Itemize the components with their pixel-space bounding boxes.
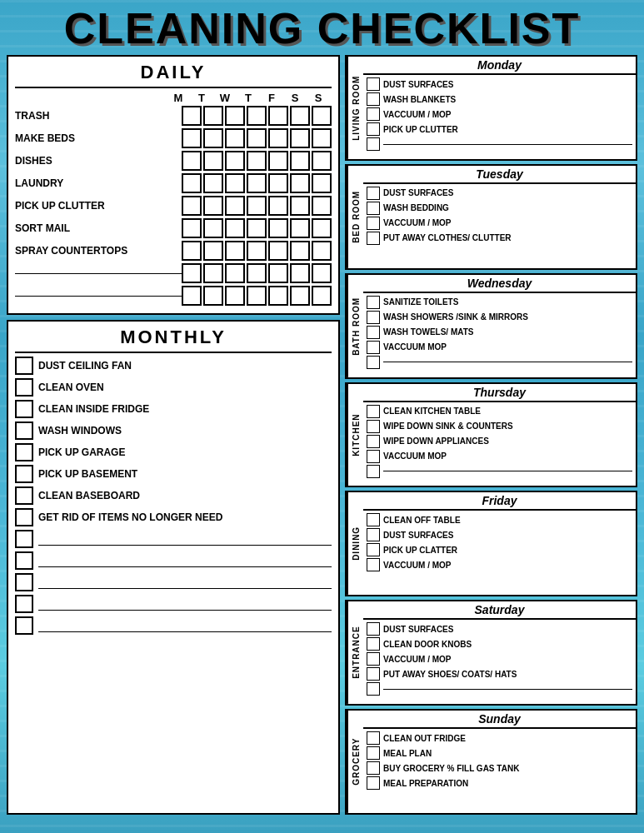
monthly-checkbox[interactable]: [15, 400, 33, 418]
daily-checkbox[interactable]: [182, 286, 202, 306]
week-task-checkbox[interactable]: [367, 326, 380, 339]
daily-checkbox[interactable]: [290, 128, 310, 148]
monthly-checkbox[interactable]: [15, 443, 33, 461]
week-task-checkbox[interactable]: [367, 405, 380, 418]
daily-checkbox[interactable]: [182, 173, 202, 193]
daily-checkbox[interactable]: [268, 151, 288, 171]
daily-checkbox[interactable]: [290, 241, 310, 261]
week-task-checkbox[interactable]: [367, 92, 380, 106]
week-task-checkbox[interactable]: [367, 187, 380, 200]
daily-checkbox[interactable]: [247, 173, 267, 193]
daily-checkbox[interactable]: [225, 128, 245, 148]
monthly-checkbox[interactable]: [15, 616, 33, 635]
monthly-checkbox[interactable]: [15, 421, 33, 440]
daily-checkbox[interactable]: [203, 173, 223, 193]
daily-checkbox[interactable]: [312, 151, 332, 171]
daily-checkbox[interactable]: [268, 106, 288, 126]
monthly-checkbox[interactable]: [15, 595, 33, 613]
daily-checkbox[interactable]: [203, 151, 223, 171]
week-task-checkbox[interactable]: [367, 122, 380, 136]
daily-checkbox[interactable]: [247, 106, 267, 126]
week-task-checkbox[interactable]: [367, 341, 380, 354]
week-task-checkbox[interactable]: [367, 202, 380, 215]
daily-checkbox[interactable]: [225, 173, 245, 193]
daily-checkbox[interactable]: [312, 241, 332, 261]
week-task-checkbox[interactable]: [367, 420, 380, 433]
daily-checkbox[interactable]: [182, 128, 202, 148]
daily-checkbox[interactable]: [247, 286, 267, 306]
daily-checkbox[interactable]: [312, 173, 332, 193]
daily-checkbox[interactable]: [247, 196, 267, 216]
week-task-checkbox[interactable]: [367, 746, 380, 760]
daily-checkbox[interactable]: [182, 241, 202, 261]
daily-checkbox[interactable]: [225, 263, 245, 283]
daily-checkbox[interactable]: [268, 218, 288, 238]
daily-checkbox[interactable]: [268, 128, 288, 148]
daily-checkbox[interactable]: [290, 218, 310, 238]
week-task-checkbox[interactable]: [367, 217, 380, 230]
daily-checkbox[interactable]: [203, 286, 223, 306]
daily-checkbox[interactable]: [312, 218, 332, 238]
daily-checkbox[interactable]: [312, 128, 332, 148]
daily-checkbox[interactable]: [225, 241, 245, 261]
week-task-checkbox[interactable]: [367, 513, 380, 526]
week-task-checkbox[interactable]: [367, 77, 380, 91]
daily-checkbox[interactable]: [290, 286, 310, 306]
daily-checkbox[interactable]: [182, 263, 202, 283]
monthly-checkbox[interactable]: [15, 508, 33, 526]
week-blank-checkbox[interactable]: [367, 682, 380, 696]
monthly-checkbox[interactable]: [15, 486, 33, 505]
daily-checkbox[interactable]: [290, 196, 310, 216]
daily-checkbox[interactable]: [203, 241, 223, 261]
monthly-checkbox[interactable]: [15, 465, 33, 483]
week-task-checkbox[interactable]: [367, 311, 380, 324]
daily-checkbox[interactable]: [247, 218, 267, 238]
week-task-checkbox[interactable]: [367, 622, 380, 636]
daily-checkbox[interactable]: [225, 106, 245, 126]
monthly-checkbox[interactable]: [15, 573, 33, 591]
monthly-checkbox[interactable]: [15, 357, 33, 375]
daily-checkbox[interactable]: [268, 196, 288, 216]
daily-checkbox[interactable]: [290, 106, 310, 126]
daily-checkbox[interactable]: [182, 218, 202, 238]
daily-checkbox[interactable]: [225, 196, 245, 216]
daily-checkbox[interactable]: [247, 241, 267, 261]
daily-checkbox[interactable]: [203, 218, 223, 238]
daily-checkbox[interactable]: [225, 151, 245, 171]
week-task-checkbox[interactable]: [367, 435, 380, 448]
daily-checkbox[interactable]: [312, 196, 332, 216]
week-task-checkbox[interactable]: [367, 637, 380, 651]
daily-checkbox[interactable]: [225, 218, 245, 238]
week-task-checkbox[interactable]: [367, 543, 380, 556]
daily-checkbox[interactable]: [268, 241, 288, 261]
week-task-checkbox[interactable]: [367, 558, 380, 571]
week-task-checkbox[interactable]: [367, 296, 380, 309]
daily-checkbox[interactable]: [268, 286, 288, 306]
daily-checkbox[interactable]: [182, 106, 202, 126]
monthly-checkbox[interactable]: [15, 530, 33, 548]
daily-checkbox[interactable]: [225, 286, 245, 306]
daily-checkbox[interactable]: [182, 196, 202, 216]
daily-checkbox[interactable]: [247, 128, 267, 148]
daily-checkbox[interactable]: [247, 151, 267, 171]
daily-checkbox[interactable]: [290, 173, 310, 193]
week-task-checkbox[interactable]: [367, 761, 380, 775]
week-blank-checkbox[interactable]: [367, 465, 380, 478]
week-task-checkbox[interactable]: [367, 107, 380, 121]
daily-checkbox[interactable]: [312, 286, 332, 306]
daily-checkbox[interactable]: [268, 173, 288, 193]
daily-checkbox[interactable]: [268, 263, 288, 283]
week-task-checkbox[interactable]: [367, 776, 380, 790]
daily-checkbox[interactable]: [203, 128, 223, 148]
daily-checkbox[interactable]: [203, 263, 223, 283]
week-task-checkbox[interactable]: [367, 450, 380, 463]
week-task-checkbox[interactable]: [367, 667, 380, 681]
daily-checkbox[interactable]: [182, 151, 202, 171]
week-task-checkbox[interactable]: [367, 232, 380, 245]
monthly-checkbox[interactable]: [15, 551, 33, 570]
monthly-checkbox[interactable]: [15, 378, 33, 397]
daily-checkbox[interactable]: [203, 196, 223, 216]
daily-checkbox[interactable]: [312, 263, 332, 283]
daily-checkbox[interactable]: [290, 263, 310, 283]
daily-checkbox[interactable]: [247, 263, 267, 283]
